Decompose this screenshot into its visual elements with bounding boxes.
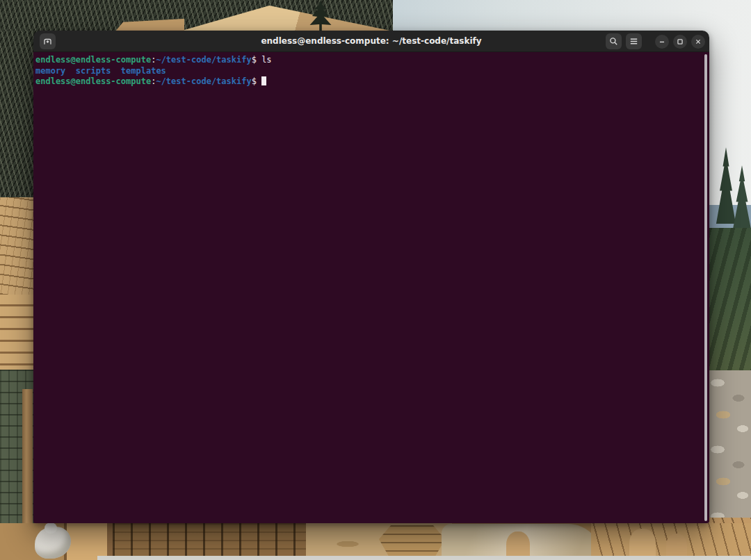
wallpaper-shed-twigs <box>0 31 36 197</box>
terminal-scrollbar[interactable] <box>704 54 707 521</box>
wallpaper-dark-planks <box>113 523 306 560</box>
wallpaper-shed-shingles <box>0 197 36 295</box>
terminal-screen[interactable]: endless@endless-compute:~/test-code/task… <box>33 52 709 523</box>
wallpaper-rocky-slope <box>708 370 751 518</box>
wallpaper-bottom-edge <box>97 556 751 560</box>
text-cursor <box>261 76 266 85</box>
prompt-path: ~/test-code/taskify <box>156 76 251 86</box>
search-button[interactable] <box>606 33 622 49</box>
current-prompt-line: endless@endless-compute:~/test-code/task… <box>35 76 700 88</box>
ls-output-line: memory scripts templates <box>35 66 700 77</box>
wallpaper-bright-plank <box>64 523 113 560</box>
menu-icon <box>629 36 639 47</box>
maximize-icon <box>675 37 685 47</box>
close-icon <box>693 37 703 47</box>
prompt-symbol: $ <box>252 76 261 86</box>
command-text: ls <box>261 55 271 65</box>
search-icon <box>608 36 619 47</box>
wallpaper-hexagon-box <box>379 525 445 560</box>
prompt-line: endless@endless-compute:~/test-code/task… <box>35 55 700 66</box>
terminal-titlebar[interactable]: endless@endless-compute: ~/test-code/tas… <box>33 31 709 52</box>
prompt-symbol: $ <box>252 55 261 65</box>
prompt-user-host: endless@endless-compute <box>35 76 151 86</box>
wallpaper-shed-post <box>22 389 33 531</box>
wallpaper-forest-right <box>708 228 751 370</box>
wallpaper-shed-beams <box>0 295 36 370</box>
menu-button[interactable] <box>626 33 642 49</box>
prompt-path: ~/test-code/taskify <box>156 55 251 65</box>
new-tab-icon <box>42 36 53 47</box>
window-title: endless@endless-compute: ~/test-code/tas… <box>261 36 481 46</box>
close-button[interactable] <box>691 35 705 49</box>
terminal-window: endless@endless-compute: ~/test-code/tas… <box>33 31 709 523</box>
prompt-user-host: endless@endless-compute <box>35 55 151 65</box>
minimize-button[interactable] <box>655 35 669 49</box>
wallpaper-fir-tree-right <box>715 147 737 234</box>
minimize-icon <box>657 37 667 47</box>
maximize-button[interactable] <box>673 35 687 49</box>
new-tab-button[interactable] <box>40 33 56 49</box>
